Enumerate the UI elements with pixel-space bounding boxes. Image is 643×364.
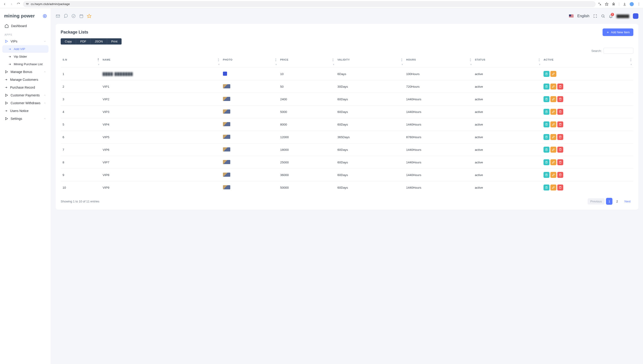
sidebar-item-purchase-record[interactable]: Purchase Record bbox=[2, 84, 49, 91]
search-icon[interactable] bbox=[601, 14, 605, 18]
col-sn[interactable]: S.N▲▼▾ bbox=[61, 56, 101, 68]
view-button[interactable] bbox=[543, 134, 549, 140]
edit-button[interactable] bbox=[550, 184, 556, 190]
col-status[interactable]: STATUS▲▼▾ bbox=[473, 56, 542, 68]
sidebar-item-manage-customers[interactable]: Manage Customers bbox=[2, 76, 49, 84]
sidebar-label: Customer Payments bbox=[11, 94, 40, 97]
reload-button[interactable] bbox=[16, 2, 21, 6]
view-button[interactable] bbox=[543, 184, 549, 190]
cell-validity: 60Days bbox=[336, 106, 404, 118]
app-logo-icon[interactable] bbox=[633, 13, 638, 19]
url-text: cs.hwym.club/admin/package bbox=[31, 2, 70, 6]
col-validity[interactable]: VALIDITY▲▼▾ bbox=[336, 56, 404, 68]
edit-button[interactable] bbox=[550, 96, 556, 102]
package-table: S.N▲▼▾ NAME▲▼▾ PHOTO▲▼▾ PRICE▲▼▾ VALIDIT… bbox=[61, 56, 633, 194]
sidebar-label: Mining Purchase List bbox=[14, 62, 43, 66]
view-button[interactable] bbox=[543, 147, 549, 152]
export-print-button[interactable]: Print bbox=[107, 38, 122, 44]
url-bar[interactable]: cs.hwym.club/admin/package bbox=[23, 1, 596, 7]
sidebar-item-users-notice[interactable]: Users Notice bbox=[2, 107, 49, 115]
edit-button[interactable] bbox=[550, 71, 556, 77]
delete-button[interactable] bbox=[557, 134, 563, 140]
mail-icon[interactable] bbox=[56, 14, 60, 18]
cell-photo bbox=[221, 169, 278, 181]
browser-chrome: cs.hwym.club/admin/package | bbox=[0, 0, 643, 8]
notifications-button[interactable]: 5 bbox=[609, 14, 613, 18]
add-new-item-button[interactable]: Add New Item bbox=[602, 28, 633, 36]
cell-actions bbox=[542, 156, 633, 169]
menu-dots-icon[interactable] bbox=[637, 2, 641, 6]
favorite-icon[interactable] bbox=[87, 14, 91, 18]
back-button[interactable] bbox=[2, 2, 7, 6]
delete-button[interactable] bbox=[557, 96, 563, 102]
language-label[interactable]: English bbox=[577, 14, 589, 18]
pagination: Previous 1 2 Next bbox=[588, 198, 633, 205]
cell-actions bbox=[542, 181, 633, 194]
view-button[interactable] bbox=[543, 159, 549, 165]
edit-button[interactable] bbox=[550, 122, 556, 128]
edit-button[interactable] bbox=[550, 172, 556, 178]
view-button[interactable] bbox=[543, 109, 549, 115]
edit-button[interactable] bbox=[550, 147, 556, 152]
edit-button[interactable] bbox=[550, 159, 556, 165]
sidebar-item-settings[interactable]: Settings bbox=[2, 115, 49, 122]
export-copy-button[interactable]: Copy bbox=[61, 38, 76, 44]
sidebar-item-customer-withdraws[interactable]: Customer Withdraws bbox=[2, 99, 49, 107]
delete-button[interactable] bbox=[557, 84, 563, 90]
sidebar-item-vip-slider[interactable]: Vip Slider bbox=[2, 53, 49, 60]
edit-button[interactable] bbox=[550, 134, 556, 140]
edit-button[interactable] bbox=[550, 109, 556, 115]
col-active[interactable]: ACTIVE▲▼▾ bbox=[542, 56, 633, 68]
cell-name: VIP5 bbox=[101, 131, 221, 144]
pagination-next[interactable]: Next bbox=[622, 198, 633, 204]
translate-icon[interactable] bbox=[598, 2, 602, 6]
sidebar-item-dashboard[interactable]: Dashboard bbox=[2, 22, 49, 30]
col-hours[interactable]: HOURS▲▼▾ bbox=[404, 56, 473, 68]
export-pdf-button[interactable]: PDF bbox=[76, 38, 91, 44]
sidebar-item-manage-bonus[interactable]: Manage Bonus bbox=[2, 68, 49, 76]
delete-button[interactable] bbox=[557, 122, 563, 128]
chat-icon[interactable] bbox=[63, 14, 68, 18]
col-price[interactable]: PRICE▲▼▾ bbox=[278, 56, 336, 68]
cell-status: active bbox=[473, 181, 542, 194]
sidebar-item-add-vip[interactable]: Add VIP bbox=[2, 45, 49, 53]
forward-button[interactable] bbox=[9, 2, 14, 6]
table-row: 9VIP83600060Days1440Hoursactive bbox=[61, 169, 633, 181]
svg-rect-19 bbox=[80, 15, 83, 18]
delete-button[interactable] bbox=[557, 109, 563, 115]
table-row: 3VIP2240060Days1440Hoursactive bbox=[61, 93, 633, 106]
download-icon[interactable] bbox=[623, 2, 626, 6]
col-photo[interactable]: PHOTO▲▼▾ bbox=[221, 56, 278, 68]
extensions-icon[interactable] bbox=[612, 2, 615, 6]
pagination-page-1[interactable]: 1 bbox=[606, 198, 612, 205]
view-button[interactable] bbox=[543, 122, 549, 128]
cell-price: 50000 bbox=[278, 181, 336, 194]
pagination-page-2[interactable]: 2 bbox=[614, 198, 620, 205]
pagination-previous[interactable]: Previous bbox=[588, 198, 605, 204]
main: English 5 ██████ Package Lists Add New I… bbox=[51, 8, 643, 364]
sidebar-item-customer-payments[interactable]: Customer Payments bbox=[2, 91, 49, 99]
star-icon[interactable] bbox=[605, 2, 608, 6]
cell-name: VIP1 bbox=[101, 80, 221, 93]
calendar-icon[interactable] bbox=[79, 14, 84, 18]
sidebar-item-vips[interactable]: VIPs bbox=[2, 38, 49, 45]
delete-button[interactable] bbox=[557, 172, 563, 178]
edit-button[interactable] bbox=[550, 84, 556, 90]
cell-status: active bbox=[473, 156, 542, 169]
col-name[interactable]: NAME▲▼▾ bbox=[101, 56, 221, 68]
view-button[interactable] bbox=[543, 71, 549, 77]
arrow-right-icon bbox=[5, 109, 8, 112]
delete-button[interactable] bbox=[557, 159, 563, 165]
delete-button[interactable] bbox=[557, 147, 563, 152]
sidebar-item-mining-purchase[interactable]: Mining Purchase List bbox=[2, 60, 49, 68]
delete-button[interactable] bbox=[557, 184, 563, 190]
search-input[interactable] bbox=[603, 48, 633, 54]
check-circle-icon[interactable] bbox=[71, 14, 76, 18]
username-label: ██████ bbox=[616, 14, 629, 18]
fullscreen-icon[interactable] bbox=[593, 14, 597, 18]
view-button[interactable] bbox=[543, 96, 549, 102]
view-button[interactable] bbox=[543, 172, 549, 178]
export-json-button[interactable]: JSON bbox=[91, 38, 107, 44]
view-button[interactable] bbox=[543, 84, 549, 90]
profile-avatar-icon[interactable] bbox=[630, 2, 634, 6]
